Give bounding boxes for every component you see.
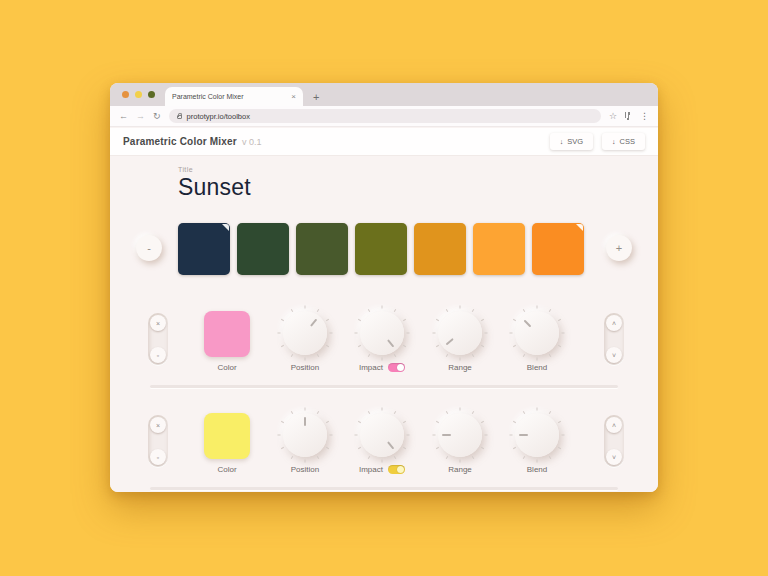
row-actions-pill: ×▫ [148, 415, 168, 467]
forward-icon[interactable]: → [136, 112, 145, 121]
row-stepper-pill: ˄˅ [604, 415, 624, 467]
title-field-label: Title [178, 166, 251, 173]
impact-toggle[interactable] [388, 363, 405, 372]
step-down-button[interactable]: ˅ [606, 449, 622, 465]
palette-swatch[interactable] [414, 223, 466, 275]
range-dial[interactable] [438, 311, 482, 355]
lock-icon [177, 115, 182, 119]
impact-dial[interactable] [360, 311, 404, 355]
palette-title-input[interactable]: Sunset [178, 174, 251, 201]
minimize-window-button[interactable] [135, 91, 142, 98]
position-dial[interactable] [283, 413, 327, 457]
zoom-window-button[interactable] [148, 91, 155, 98]
row-color-swatch[interactable] [204, 413, 250, 459]
duplicate-row-button[interactable]: ▫ [150, 347, 166, 363]
palette-swatch[interactable] [473, 223, 525, 275]
step-up-button[interactable]: ˄ [606, 417, 622, 433]
palette-swatch[interactable] [178, 223, 230, 275]
remove-swatch-button[interactable]: - [136, 235, 162, 261]
blend-dial[interactable] [515, 413, 559, 457]
knob-label: Impact [359, 363, 383, 372]
knob-blend: Blend [499, 303, 575, 372]
browser-menu-icon[interactable]: ⋮ [640, 111, 649, 121]
knob-blend: Blend [499, 405, 575, 474]
bookmark-icon[interactable]: ☆ [609, 111, 617, 121]
palette-swatch[interactable] [355, 223, 407, 275]
reload-icon[interactable]: ↻ [153, 112, 161, 121]
knob-impact: Impact [344, 303, 420, 372]
knob-label: Impact [359, 465, 383, 474]
app-version: v 0.1 [242, 137, 262, 147]
palette-swatch[interactable] [532, 223, 584, 275]
window-controls [110, 83, 165, 106]
knob-range: Range [422, 405, 498, 474]
browser-tab[interactable]: Parametric Color Mixer × [165, 87, 303, 106]
export-svg-button[interactable]: ↓ SVG [550, 133, 593, 150]
palette-swatch[interactable] [237, 223, 289, 275]
remove-row-button[interactable]: × [150, 315, 166, 331]
app-title: Parametric Color Mixer [123, 136, 237, 147]
knob-range: Range [422, 303, 498, 372]
knob-label: Blend [527, 465, 547, 474]
row-color-swatch[interactable] [204, 311, 250, 357]
position-dial[interactable] [283, 311, 327, 355]
step-up-button[interactable]: ˄ [606, 315, 622, 331]
back-icon[interactable]: ← [119, 112, 128, 121]
mixer-rows: ×▫Color˄˅PositionImpactRangeBlend×▫Color… [110, 303, 658, 492]
knob-label: Position [291, 363, 319, 372]
impact-toggle[interactable] [388, 465, 405, 474]
new-tab-button[interactable]: + [313, 92, 319, 103]
app-header: Parametric Color Mixer v 0.1 ↓ SVG ↓ CSS [110, 128, 658, 156]
browser-toolbar: ← → ↻ prototypr.io/toolbox ☆ ⋮ [110, 106, 658, 127]
mixer-row: ×▫Color˄˅PositionImpactRangeBlend [110, 303, 658, 405]
download-icon: ↓ [560, 138, 564, 145]
title-block: Title Sunset [178, 166, 251, 201]
mixer-row: ×▫Color˄˅PositionImpactRangeBlend [110, 405, 658, 492]
knob-position: Position [267, 405, 343, 474]
tab-close-icon[interactable]: × [291, 93, 296, 101]
blend-dial[interactable] [515, 311, 559, 355]
row-color-label: Color [204, 363, 250, 372]
impact-dial[interactable] [360, 413, 404, 457]
range-dial[interactable] [438, 413, 482, 457]
close-window-button[interactable] [122, 91, 129, 98]
row-stepper-pill: ˄˅ [604, 313, 624, 365]
knob-label: Range [448, 465, 472, 474]
mixer-content: Title Sunset - + ×▫Color˄˅PositionImpact… [110, 157, 658, 492]
tab-strip: Parametric Color Mixer × + [110, 83, 658, 106]
knob-label: Blend [527, 363, 547, 372]
row-actions-pill: ×▫ [148, 313, 168, 365]
palette [178, 223, 584, 275]
palette-swatch[interactable] [296, 223, 348, 275]
knob-impact: Impact [344, 405, 420, 474]
knob-position: Position [267, 303, 343, 372]
browser-window: Parametric Color Mixer × + ← → ↻ prototy… [110, 83, 658, 492]
add-swatch-button[interactable]: + [606, 235, 632, 261]
url-text: prototypr.io/toolbox [187, 112, 250, 121]
row-color-label: Color [204, 465, 250, 474]
duplicate-row-button[interactable]: ▫ [150, 449, 166, 465]
palette-row: - + [110, 223, 658, 283]
knob-label: Range [448, 363, 472, 372]
step-down-button[interactable]: ˅ [606, 347, 622, 363]
remove-row-button[interactable]: × [150, 417, 166, 433]
export-css-button[interactable]: ↓ CSS [602, 133, 645, 150]
address-bar[interactable]: prototypr.io/toolbox [169, 109, 601, 123]
download-icon: ↓ [612, 138, 616, 145]
tab-title: Parametric Color Mixer [172, 93, 286, 100]
side-panel-icon[interactable] [625, 112, 632, 120]
knob-label: Position [291, 465, 319, 474]
